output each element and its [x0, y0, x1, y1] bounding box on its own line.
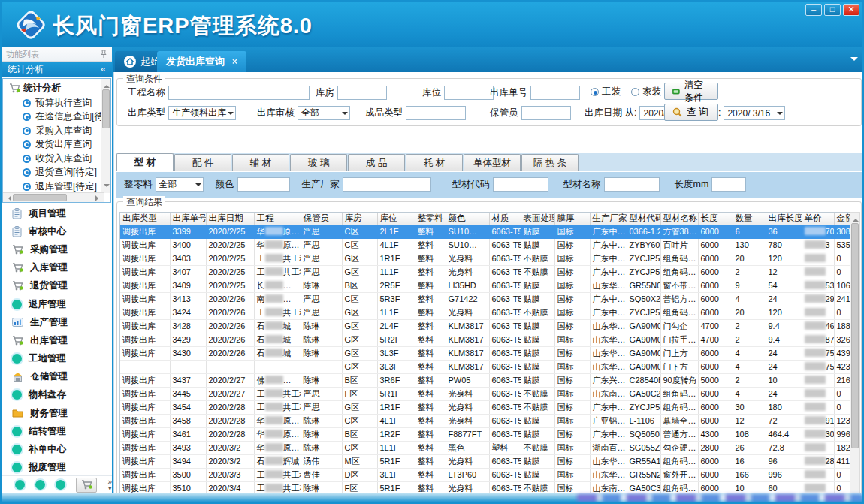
tree-item[interactable]: 退库管理[待定] — [3, 180, 110, 194]
sidebar-item-5[interactable]: 退货管理 — [2, 277, 112, 295]
sidebar-item-4[interactable]: 入库管理 — [2, 259, 112, 277]
table-row[interactable]: 调拨出库34292020/2/26石城陈琳G区5R2F整料KLM38176063… — [120, 333, 854, 346]
whole-part-select[interactable]: 全部 — [156, 177, 204, 192]
code-input[interactable] — [493, 177, 548, 192]
column-header[interactable]: 型材名称 — [660, 213, 698, 225]
table-row[interactable]: 调拨出库34092020/2/25长…陈琳B区2R5F整料LI35HD6063-… — [120, 279, 854, 292]
radio-jiazhuang[interactable] — [631, 88, 639, 96]
column-header[interactable]: 膜厚 — [554, 213, 590, 225]
location-input[interactable] — [444, 86, 494, 100]
sidebar-section-header[interactable]: 统计分析 « — [2, 62, 112, 77]
sidebar-item-1[interactable]: 项目管理 — [2, 204, 112, 222]
tab-shipment-query[interactable]: 发货出库查询 × — [157, 51, 246, 72]
minimize-button[interactable]: – — [805, 4, 822, 16]
tree-item[interactable]: 退货查询[待定] — [3, 166, 110, 180]
material-tab-7[interactable]: 单体型材 — [464, 154, 521, 171]
sidebar-item-7[interactable]: 生产管理 — [2, 313, 112, 331]
column-header[interactable]: 单价 — [802, 213, 834, 225]
tree-item[interactable]: 发货出库查询 — [3, 138, 110, 152]
sidebar-item-8[interactable]: 出库管理 — [2, 331, 112, 349]
date-to-picker[interactable]: 2020/ 3/16 — [724, 106, 785, 120]
table-row[interactable]: 调拨出库34282020/2/26石城陈琳G区2L4F整料KLM38176063… — [120, 319, 854, 333]
column-header[interactable]: 材质 — [489, 213, 521, 225]
column-header[interactable]: 出库长度 — [766, 213, 802, 225]
column-header[interactable]: 长度 — [698, 213, 733, 225]
sidebar-item-15[interactable]: 报废管理 — [2, 459, 112, 477]
quick-circle-icon[interactable] — [15, 480, 25, 490]
column-header[interactable]: 型材代码 — [627, 213, 660, 225]
column-header[interactable]: 库房 — [342, 213, 377, 225]
audit-select[interactable]: 全部 — [298, 106, 350, 120]
keeper-input[interactable] — [521, 106, 571, 120]
table-row[interactable]: 调拨出库34032020/2/25工共工程严思G区1R1F整料光身料6063-T… — [120, 252, 854, 265]
column-header[interactable]: 出库日期 — [206, 213, 254, 225]
collapse-icon[interactable]: « — [101, 62, 106, 77]
table-row[interactable]: 调拨出库34132020/2/26南…严思C区5R3F整料G714226063-… — [120, 292, 854, 306]
quick-circle-icon[interactable] — [56, 480, 65, 490]
table-row[interactable]: 调拨出库34452020/2/27工共工程严思F区5R1F整料光身料6063-T… — [120, 387, 854, 400]
column-header[interactable]: 颜色 — [446, 213, 489, 225]
column-header[interactable]: 表面处理 — [521, 213, 554, 225]
quick-cart-button[interactable] — [76, 478, 97, 493]
sidebar-item-6[interactable]: 退库管理 — [2, 295, 112, 313]
menu-overflow-button[interactable]: »▾ — [107, 479, 112, 491]
table-row[interactable]: 调拨出库34542020/2/28工共工程严思G区1R1F整料光身料6063-T… — [120, 400, 854, 414]
material-tab-5[interactable]: 成 品 — [348, 154, 405, 171]
sidebar-item-14[interactable]: 补单中心 — [2, 440, 112, 458]
column-header[interactable]: 出库类型 — [120, 213, 170, 225]
out-type-select[interactable]: 生产领料出库 — [168, 106, 236, 120]
table-row[interactable]: 调拨出库34242020/2/26工共工程严思G区1L1F整料光身料6063-T… — [120, 306, 854, 319]
pin-icon[interactable] — [100, 50, 107, 59]
search-button[interactable]: 查 询 — [664, 104, 718, 121]
column-header[interactable]: 工程 — [254, 213, 301, 225]
sidebar-item-3[interactable]: 采购管理 — [2, 240, 112, 258]
column-header[interactable]: 整零料 — [415, 213, 446, 225]
maximize-button[interactable]: □ — [824, 4, 841, 16]
material-tab-4[interactable]: 玻 璃 — [290, 154, 347, 171]
tree-item[interactable]: 收货入库查询 — [3, 152, 110, 166]
material-tab-2[interactable]: 配 件 — [174, 154, 231, 171]
material-tab-1[interactable]: 型 材 — [116, 153, 174, 171]
table-row[interactable]: 调拨出库34612020/2/28华原…陈琳B区1R2F整料F8877FT606… — [120, 427, 854, 441]
material-tab-6[interactable]: 耗 材 — [406, 154, 463, 171]
column-header[interactable]: 库位 — [377, 213, 415, 225]
sidebar-item-10[interactable]: 仓储管理 — [2, 368, 112, 386]
color-input[interactable] — [237, 177, 290, 192]
material-tab-3[interactable]: 辅 材 — [232, 154, 289, 171]
order-no-input[interactable] — [530, 86, 580, 100]
tab-list-dropdown-icon[interactable] — [850, 57, 858, 65]
table-row[interactable]: 调拨出库34302020/2/26石城陈琳G区3L3F整料KLM38176063… — [120, 346, 854, 360]
column-header[interactable]: 数量 — [733, 213, 766, 225]
table-row[interactable]: G区3L3F整料KLM38176063-T5贴膜国标山东华…GA90M09…门下… — [120, 360, 854, 373]
maker-input[interactable] — [343, 177, 431, 192]
tree-root[interactable]: 统计分析 — [3, 79, 110, 96]
table-row[interactable]: 调拨出库35002020/3/3工共工程曹佳D区3L1F整料LT3P606063… — [120, 468, 854, 481]
project-name-input[interactable] — [168, 86, 310, 100]
table-row[interactable]: 调拨出库34072020/2/25工共工程严思G区1L1F整料光身料6063-T… — [120, 265, 854, 279]
column-header[interactable]: 生产厂家 — [590, 213, 627, 225]
sidebar-item-13[interactable]: 结转管理 — [2, 422, 112, 440]
tree-item[interactable]: 采购入库查询 — [3, 124, 110, 138]
table-row[interactable]: 调拨出库34372020/2/27佛…陈琳B区3R6F整料PW056063-T5… — [120, 373, 854, 387]
tree-item[interactable]: 在途信息查询[待 — [3, 110, 110, 125]
sidebar-item-9[interactable]: 工地管理 — [2, 350, 112, 368]
tree-vertical-scrollbar[interactable] — [101, 79, 110, 193]
warehouse-input[interactable] — [337, 86, 387, 100]
name-input[interactable] — [604, 177, 660, 192]
sidebar-item-11[interactable]: 物料盘存 — [2, 386, 112, 404]
length-input[interactable] — [711, 177, 746, 192]
product-type-input[interactable] — [406, 106, 466, 120]
sidebar-item-12[interactable]: 财务管理 — [2, 404, 112, 422]
quick-circle-icon[interactable] — [35, 480, 45, 490]
material-tab-8[interactable]: 隔 热 条 — [521, 154, 579, 171]
table-row[interactable]: 调拨出库34942020/3/2石辉城汤伟M区5R1F整料光身料6063-T5贴… — [120, 454, 854, 468]
clear-conditions-button[interactable]: 清空条件 — [664, 83, 718, 100]
column-header[interactable]: 保管员 — [301, 213, 342, 225]
column-header[interactable]: 出库单号 — [170, 213, 206, 225]
table-row[interactable]: 调拨出库34002020/2/25华原…严思C区4L1F整料SU10…6063-… — [120, 238, 854, 252]
close-button[interactable]: ✕ — [843, 4, 859, 16]
tab-close-icon[interactable]: × — [232, 56, 237, 67]
table-row[interactable]: 调拨出库34582020/2/28华原…陈琳C区4L1F整料光身料6063-T5… — [120, 414, 854, 427]
sidebar-item-2[interactable]: 审核中心 — [2, 222, 112, 240]
tree-horizontal-scrollbar[interactable] — [3, 192, 104, 202]
